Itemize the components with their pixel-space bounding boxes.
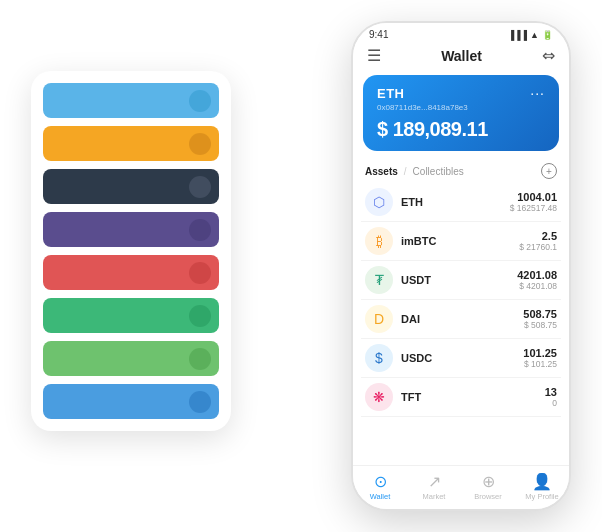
eth-address: 0x08711d3e...8418a78e3 [377, 103, 545, 112]
asset-icon-usdc: $ [365, 344, 393, 372]
nav-item-my-profile[interactable]: 👤 My Profile [515, 472, 569, 501]
asset-amounts-tft: 13 0 [545, 386, 557, 408]
nav-label-2: Browser [474, 492, 502, 501]
color-row-dot [189, 176, 211, 198]
color-row-dot [189, 219, 211, 241]
nav-label-1: Market [423, 492, 446, 501]
eth-card-menu[interactable]: ··· [530, 85, 545, 101]
asset-qty: 508.75 [523, 308, 557, 320]
background-card [31, 71, 231, 431]
asset-list: ⬡ ETH 1004.01 $ 162517.48 ₿ imBTC 2.5 $ … [353, 183, 569, 465]
nav-item-browser[interactable]: ⊕ Browser [461, 472, 515, 501]
asset-qty: 1004.01 [510, 191, 557, 203]
color-row-3 [43, 212, 219, 247]
nav-icon-3: 👤 [532, 472, 552, 491]
phone-frame: 9:41 ▐▐▐ ▲ 🔋 ☰ Wallet ⇔ ETH ··· 0x08711d… [351, 21, 571, 511]
bottom-nav: ⊙ Wallet ↗ Market ⊕ Browser 👤 My Profile [353, 465, 569, 509]
asset-name-usdc: USDC [401, 352, 523, 364]
asset-name-tft: TFT [401, 391, 545, 403]
asset-name-usdt: USDT [401, 274, 517, 286]
wifi-icon: ▲ [530, 30, 539, 40]
asset-item-tft[interactable]: ❋ TFT 13 0 [361, 378, 561, 417]
nav-item-wallet[interactable]: ⊙ Wallet [353, 472, 407, 501]
asset-qty: 4201.08 [517, 269, 557, 281]
asset-item-dai[interactable]: D DAI 508.75 $ 508.75 [361, 300, 561, 339]
scene: 9:41 ▐▐▐ ▲ 🔋 ☰ Wallet ⇔ ETH ··· 0x08711d… [11, 11, 591, 521]
signal-icon: ▐▐▐ [508, 30, 527, 40]
asset-icon-tft: ❋ [365, 383, 393, 411]
asset-icon-usdt: ₮ [365, 266, 393, 294]
color-row-1 [43, 126, 219, 161]
asset-item-usdt[interactable]: ₮ USDT 4201.08 $ 4201.08 [361, 261, 561, 300]
asset-amounts-usdt: 4201.08 $ 4201.08 [517, 269, 557, 291]
color-row-dot [189, 133, 211, 155]
asset-usd: $ 508.75 [523, 320, 557, 330]
asset-usd: 0 [545, 398, 557, 408]
asset-qty: 13 [545, 386, 557, 398]
asset-name-imbtc: imBTC [401, 235, 519, 247]
asset-usd: $ 101.25 [523, 359, 557, 369]
page-title: Wallet [381, 48, 542, 64]
asset-icon-eth: ⬡ [365, 188, 393, 216]
asset-amounts-dai: 508.75 $ 508.75 [523, 308, 557, 330]
asset-item-usdc[interactable]: $ USDC 101.25 $ 101.25 [361, 339, 561, 378]
color-row-dot [189, 305, 211, 327]
color-row-7 [43, 384, 219, 419]
color-row-4 [43, 255, 219, 290]
asset-item-imbtc[interactable]: ₿ imBTC 2.5 $ 21760.1 [361, 222, 561, 261]
color-row-5 [43, 298, 219, 333]
menu-icon[interactable]: ☰ [367, 46, 381, 65]
status-time: 9:41 [369, 29, 388, 40]
color-row-6 [43, 341, 219, 376]
color-row-dot [189, 348, 211, 370]
eth-balance-card[interactable]: ETH ··· 0x08711d3e...8418a78e3 $ 189,089… [363, 75, 559, 151]
color-row-2 [43, 169, 219, 204]
phone-header: ☰ Wallet ⇔ [353, 42, 569, 71]
eth-card-top: ETH ··· [377, 85, 545, 101]
asset-name-dai: DAI [401, 313, 523, 325]
status-icons: ▐▐▐ ▲ 🔋 [508, 30, 553, 40]
asset-amounts-usdc: 101.25 $ 101.25 [523, 347, 557, 369]
asset-qty: 101.25 [523, 347, 557, 359]
asset-usd: $ 162517.48 [510, 203, 557, 213]
asset-icon-imbtc: ₿ [365, 227, 393, 255]
color-row-0 [43, 83, 219, 118]
asset-amounts-imbtc: 2.5 $ 21760.1 [519, 230, 557, 252]
nav-icon-0: ⊙ [374, 472, 387, 491]
nav-icon-1: ↗ [428, 472, 441, 491]
assets-header: Assets / Collectibles + [353, 155, 569, 183]
status-bar: 9:41 ▐▐▐ ▲ 🔋 [353, 23, 569, 42]
nav-label-0: Wallet [370, 492, 391, 501]
eth-card-symbol: ETH [377, 86, 405, 101]
color-row-dot [189, 262, 211, 284]
asset-name-eth: ETH [401, 196, 510, 208]
asset-usd: $ 4201.08 [517, 281, 557, 291]
asset-icon-dai: D [365, 305, 393, 333]
nav-label-3: My Profile [525, 492, 558, 501]
add-asset-button[interactable]: + [541, 163, 557, 179]
tab-assets[interactable]: Assets [365, 166, 398, 177]
asset-qty: 2.5 [519, 230, 557, 242]
battery-icon: 🔋 [542, 30, 553, 40]
expand-icon[interactable]: ⇔ [542, 46, 555, 65]
asset-amounts-eth: 1004.01 $ 162517.48 [510, 191, 557, 213]
asset-usd: $ 21760.1 [519, 242, 557, 252]
tab-collectibles[interactable]: Collectibles [413, 166, 464, 177]
color-row-dot [189, 90, 211, 112]
asset-item-eth[interactable]: ⬡ ETH 1004.01 $ 162517.48 [361, 183, 561, 222]
assets-tabs: Assets / Collectibles [365, 166, 464, 177]
nav-icon-2: ⊕ [482, 472, 495, 491]
eth-balance: $ 189,089.11 [377, 118, 545, 141]
color-row-dot [189, 391, 211, 413]
nav-item-market[interactable]: ↗ Market [407, 472, 461, 501]
